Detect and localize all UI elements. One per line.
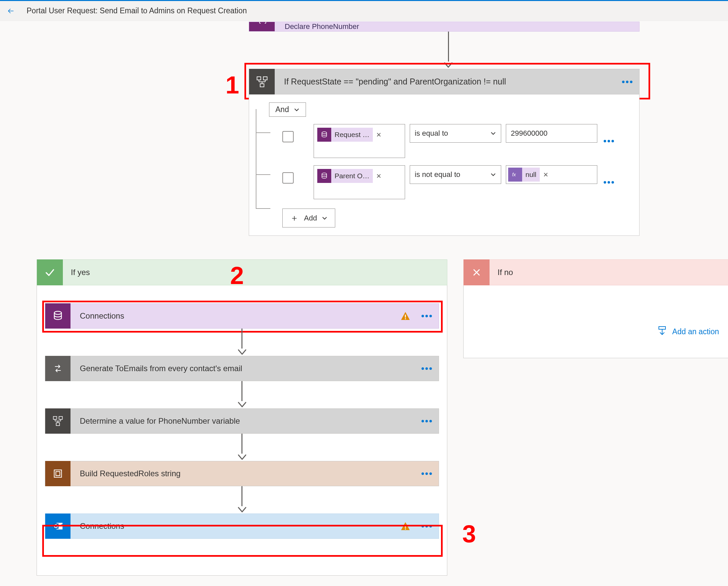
condition-row: Request … ✕ is equal to 299600000 ••• <box>269 124 631 158</box>
compose-icon <box>45 461 71 486</box>
if-no-title: If no <box>497 268 513 277</box>
arrow-down-icon <box>237 349 247 356</box>
rhs-input[interactable]: 299600000 <box>506 124 597 143</box>
operator-select[interactable]: is equal to <box>410 124 501 143</box>
row-more-button[interactable]: ••• <box>603 132 615 150</box>
arrow-down-icon <box>237 454 247 461</box>
add-action-label: Add an action <box>672 327 719 336</box>
rhs-input[interactable]: fx null ✕ <box>506 165 597 184</box>
svg-point-8 <box>322 132 327 134</box>
dataverse-icon <box>317 169 331 183</box>
step-more-button[interactable]: ••• <box>415 363 439 374</box>
condition-more-button[interactable]: ••• <box>616 76 639 87</box>
condition-body: And Request … ✕ <box>249 95 640 236</box>
variable-icon: {x} <box>249 22 275 32</box>
lhs-input[interactable]: Request … ✕ <box>314 124 405 158</box>
svg-rect-2 <box>263 76 267 80</box>
condition-icon <box>249 69 275 95</box>
annotation-3: 3 <box>462 520 476 548</box>
loop-icon <box>45 356 71 381</box>
logic-operator-select[interactable]: And <box>269 102 306 117</box>
pill-label: Parent O… <box>331 169 373 183</box>
dataverse-icon <box>317 128 331 142</box>
arrow-down-icon <box>237 506 247 513</box>
condition-icon <box>45 408 71 434</box>
chevron-down-icon <box>321 216 328 221</box>
expression-pill[interactable]: fx null ✕ <box>508 168 552 182</box>
chevron-down-icon <box>490 170 496 179</box>
close-icon <box>464 259 490 285</box>
page-title: Portal User Request: Send Email to Admin… <box>27 6 247 15</box>
svg-rect-1 <box>257 76 260 80</box>
svg-point-9 <box>322 173 327 175</box>
svg-rect-22 <box>54 470 61 477</box>
back-button[interactable] <box>5 5 17 17</box>
chevron-down-icon <box>490 129 496 138</box>
lhs-input[interactable]: Parent O… ✕ <box>314 165 405 199</box>
add-row-button[interactable]: ＋ Add <box>282 208 335 228</box>
determine-phonenumber-step[interactable]: Determine a value for PhoneNumber variab… <box>45 408 439 434</box>
row-checkbox[interactable] <box>282 131 294 142</box>
svg-rect-17 <box>56 423 59 426</box>
highlight-3 <box>42 525 443 557</box>
plus-icon: ＋ <box>290 212 298 224</box>
svg-rect-23 <box>56 472 60 476</box>
pill-remove[interactable]: ✕ <box>373 131 385 139</box>
build-requestedroles-step[interactable]: Build RequestedRoles string ••• <box>45 461 439 486</box>
logic-operator-label: And <box>276 105 289 114</box>
svg-text:{x}: {x} <box>258 22 267 23</box>
declare-variable-step[interactable]: {x} Declare PhoneNumber <box>249 22 640 32</box>
operator-label: is equal to <box>415 129 448 138</box>
dynamic-content-pill[interactable]: Parent O… ✕ <box>317 169 385 183</box>
svg-rect-32 <box>659 327 666 329</box>
add-action-button[interactable]: Add an action <box>657 325 719 338</box>
pill-label: null <box>522 168 540 182</box>
annotation-1: 1 <box>226 71 239 99</box>
add-label: Add <box>304 214 317 223</box>
step-label: Build RequestedRoles string <box>71 469 415 478</box>
condition-title: If RequestState == "pending" and ParentO… <box>275 77 616 86</box>
chevron-down-icon <box>294 107 300 112</box>
row-checkbox[interactable] <box>282 172 294 184</box>
if-yes-title: If yes <box>71 268 90 277</box>
step-more-button[interactable]: ••• <box>415 416 439 426</box>
if-no-body: Add an action <box>463 285 728 358</box>
if-no-header[interactable]: If no <box>463 259 728 285</box>
svg-rect-15 <box>53 416 56 419</box>
add-action-icon <box>657 325 668 338</box>
step-label: Generate ToEmails from every contact's e… <box>71 364 415 373</box>
pill-remove[interactable]: ✕ <box>373 172 385 180</box>
pill-remove[interactable]: ✕ <box>540 171 552 179</box>
step-label: Determine a value for PhoneNumber variab… <box>71 416 415 426</box>
condition-step-header[interactable]: If RequestState == "pending" and ParentO… <box>249 69 640 95</box>
generate-toemails-step[interactable]: Generate ToEmails from every contact's e… <box>45 356 439 381</box>
if-yes-body: Connections ••• Generate ToEmails from e… <box>36 285 447 576</box>
svg-rect-16 <box>59 416 62 419</box>
arrow-down-icon <box>237 401 247 408</box>
fx-icon: fx <box>508 168 522 182</box>
pill-label: Request … <box>331 128 373 142</box>
operator-select[interactable]: is not equal to <box>410 165 501 184</box>
step-more-button[interactable]: ••• <box>415 468 439 479</box>
svg-text:fx: fx <box>512 172 516 177</box>
operator-label: is not equal to <box>415 170 460 179</box>
rhs-value: 299600000 <box>511 129 547 138</box>
highlight-2 <box>42 301 443 333</box>
svg-rect-3 <box>260 83 264 87</box>
dynamic-content-pill[interactable]: Request … ✕ <box>317 128 385 142</box>
condition-row: Parent O… ✕ is not equal to fx null ✕ <box>269 165 631 199</box>
annotation-2: 2 <box>230 261 244 290</box>
row-more-button[interactable]: ••• <box>603 173 615 192</box>
declare-variable-label: Declare PhoneNumber <box>285 22 359 31</box>
check-icon <box>37 259 63 285</box>
